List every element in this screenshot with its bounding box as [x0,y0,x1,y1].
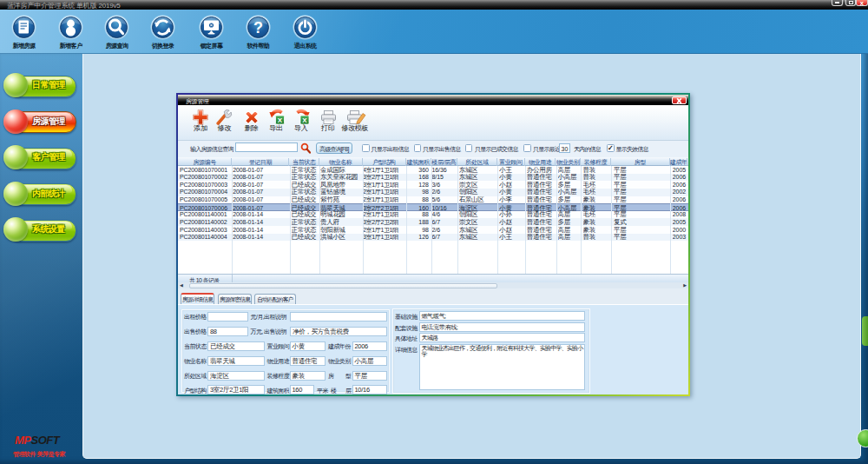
svg-text:X: X [302,116,307,124]
svg-text:X: X [278,116,283,124]
